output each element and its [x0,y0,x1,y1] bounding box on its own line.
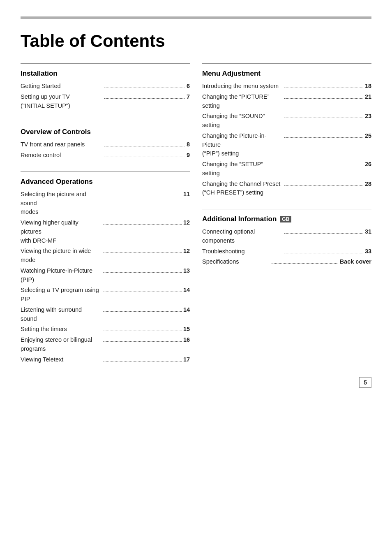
toc-dots [103,224,182,225]
toc-dots [284,253,363,253]
toc-dots [284,98,363,99]
toc-entry-troubleshooting: Troubleshooting 33 [202,247,371,256]
toc-text-stereo: Enjoying stereo or bilingualprograms [21,336,101,354]
additional-info-header: Additional Information GB [202,215,371,223]
toc-text-pip-watch: Watching Picture-in-Picture (PIP) [21,266,101,285]
toc-text-setup: Setting up your TV("INITIAL SETUP") [21,93,103,111]
page-title: Table of Contents [21,31,371,51]
toc-page-connecting: 31 [365,227,371,236]
toc-entry-wide-mode: Viewing the picture in wide mode 12 [21,247,190,265]
page-number: 5 [359,377,371,388]
toc-page-drc: 12 [183,218,190,227]
toc-entry-picture-sound: Selecting the picture and soundmodes 11 [21,190,190,217]
overview-title: Overview of Controls [21,128,190,136]
menu-adjustment-title: Menu Adjustment [202,70,371,78]
toc-dots [103,311,182,312]
toc-text-teletext: Viewing Teletext [21,355,101,364]
toc-entry-teletext: Viewing Teletext 17 [21,355,190,364]
toc-dots [284,166,363,166]
toc-page-picture-sound: 11 [183,190,190,199]
toc-page-remote: 9 [187,151,190,160]
toc-page-troubleshooting: 33 [365,247,371,256]
toc-page-getting-started: 6 [187,82,190,91]
toc-text-setup-setting: Changing the “SETUP” setting [202,160,283,178]
section-additional-info: Additional Information GB Connecting opt… [202,209,371,266]
toc-entry-remote: Remote control 9 [21,151,190,160]
toc-entry-sound-setting: Changing the “SOUND” setting 23 [202,112,371,130]
toc-dots [103,272,182,273]
toc-page-timers: 15 [183,325,190,334]
right-column: Menu Adjustment Introducing the menu sys… [202,63,371,375]
toc-text-connecting: Connecting optional components [202,227,283,246]
divider-installation [21,63,190,64]
additional-info-title: Additional Information [202,215,277,223]
toc-entry-pip-select: Selecting a TV program using PIP 14 [21,286,190,304]
toc-entry-setup: Setting up your TV("INITIAL SETUP") 7 [21,93,190,111]
toc-entry-pip-setting: Changing the Picture-in-Picture(“PIP”) s… [202,132,371,158]
toc-page-specifications: Back cover [340,257,371,266]
toc-page-setup-setting: 26 [365,160,371,169]
toc-page-pip-setting: 25 [365,132,371,141]
toc-text-drc: Viewing higher quality pictureswith DRC-… [21,218,101,245]
divider-overview [21,122,190,122]
toc-dots [104,98,185,99]
toc-page-sound-setting: 23 [365,112,371,121]
divider-additional [202,209,371,209]
toc-page-teletext: 17 [183,355,190,364]
content-area: Installation Getting Started 6 Setting u… [21,63,371,375]
toc-dots [284,233,363,234]
advanced-title: Advanced Operations [21,178,190,186]
toc-entry-specifications: Specifications Back cover [202,257,371,266]
toc-text-remote: Remote control [21,151,103,160]
toc-page-wide-mode: 12 [183,247,190,256]
toc-page-ch-preset: 28 [365,180,371,189]
toc-page-pip-select: 14 [183,286,190,295]
toc-text-ch-preset: Changing the Channel Preset(“CH PRESET”)… [202,180,283,198]
toc-page-stereo: 16 [183,336,190,345]
toc-text-wide-mode: Viewing the picture in wide mode [21,247,101,265]
toc-page-setup: 7 [187,93,190,102]
toc-dots [103,361,182,361]
toc-text-surround: Listening with surround sound [21,306,101,324]
toc-dots [272,263,338,264]
gb-badge: GB [280,216,291,222]
section-installation: Installation Getting Started 6 Setting u… [21,63,190,110]
toc-dots [104,157,185,157]
toc-entry-timers: Setting the timers 15 [21,325,190,334]
toc-entry-stereo: Enjoying stereo or bilingualprograms 16 [21,336,190,354]
toc-page-menu-system: 18 [365,82,371,91]
toc-entry-setup-setting: Changing the “SETUP” setting 26 [202,160,371,178]
toc-entry-ch-preset: Changing the Channel Preset(“CH PRESET”)… [202,180,371,198]
toc-text-pip-select: Selecting a TV program using PIP [21,286,101,304]
toc-text-sound-setting: Changing the “SOUND” setting [202,112,283,130]
divider-advanced [21,171,190,172]
toc-page-pip-watch: 13 [183,266,190,276]
toc-page-front-rear: 8 [187,140,190,149]
toc-page-surround: 14 [183,306,190,315]
toc-dots [284,137,363,138]
toc-text-timers: Setting the timers [21,325,101,334]
toc-text-troubleshooting: Troubleshooting [202,247,283,256]
toc-text-picture-sound: Selecting the picture and soundmodes [21,190,101,217]
toc-entry-drc: Viewing higher quality pictureswith DRC-… [21,218,190,245]
toc-text-picture-setting: Changing the “PICTURE” setting [202,93,283,111]
left-column: Installation Getting Started 6 Setting u… [21,63,190,375]
toc-entry-front-rear: TV front and rear panels 8 [21,140,190,149]
installation-title: Installation [21,70,190,78]
section-menu-adjustment: Menu Adjustment Introducing the menu sys… [202,63,371,197]
toc-text-front-rear: TV front and rear panels [21,140,103,149]
toc-text-specifications: Specifications [202,257,270,266]
toc-text-menu-system: Introducing the menu system [202,82,283,91]
toc-entry-menu-system: Introducing the menu system 18 [202,82,371,91]
toc-entry-getting-started: Getting Started 6 [21,82,190,91]
toc-entry-surround: Listening with surround sound 14 [21,306,190,324]
toc-dots [284,185,363,186]
toc-dots [103,292,182,292]
toc-dots [284,88,363,88]
toc-dots [103,331,182,331]
toc-page-picture-setting: 21 [365,93,371,102]
page-container: Table of Contents Installation Getting S… [0,0,392,400]
divider-menu [202,63,371,64]
section-advanced: Advanced Operations Selecting the pictur… [21,171,190,364]
toc-text-getting-started: Getting Started [21,82,103,91]
